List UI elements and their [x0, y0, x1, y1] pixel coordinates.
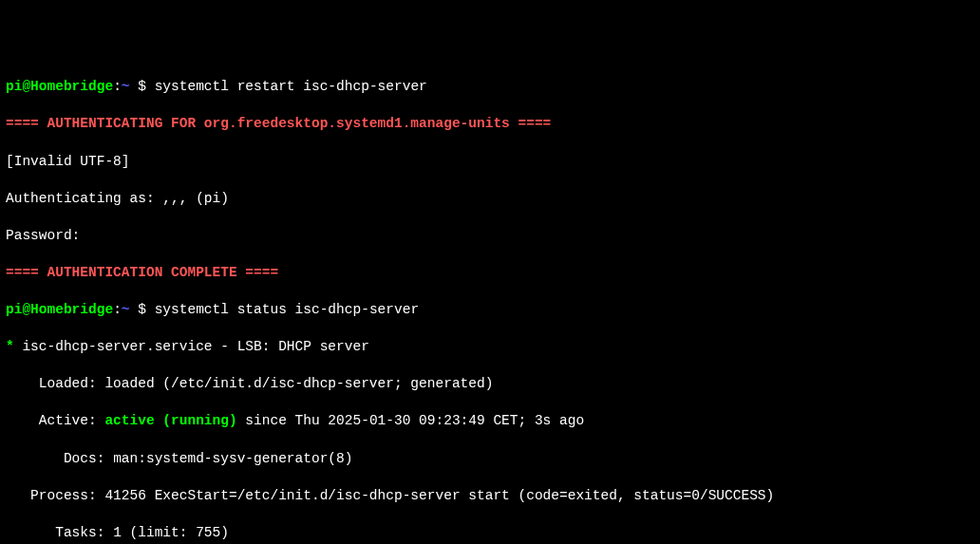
command-status[interactable]: systemctl status isc-dhcp-server	[155, 302, 419, 317]
active-line: Active: active (running) since Thu 2025-…	[6, 412, 974, 431]
status-bullet: *	[6, 339, 22, 354]
process-line: Process: 41256 ExecStart=/etc/init.d/isc…	[6, 487, 974, 506]
active-status: active (running)	[104, 413, 236, 428]
unit-name: isc-dhcp-server.service - LSB: DHCP serv…	[22, 339, 368, 354]
prompt-line-2: pi@Homebridge:~ $ systemctl status isc-d…	[6, 301, 974, 320]
loaded-line: Loaded: loaded (/etc/init.d/isc-dhcp-ser…	[6, 375, 974, 394]
prompt-path: ~	[122, 79, 138, 94]
tasks-line: Tasks: 1 (limit: 755)	[6, 524, 974, 543]
prompt-dollar: $	[138, 79, 154, 94]
invalid-utf8: [Invalid UTF-8]	[6, 153, 974, 172]
auth-header: ==== AUTHENTICATING FOR org.freedesktop.…	[6, 115, 974, 134]
prompt-colon: :	[113, 79, 122, 94]
prompt-host: Homebridge	[30, 79, 113, 94]
auth-complete: ==== AUTHENTICATION COMPLETE ====	[6, 264, 974, 283]
auth-as: Authenticating as: ,,, (pi)	[6, 190, 974, 209]
prompt-line-1: pi@Homebridge:~ $ systemctl restart isc-…	[6, 78, 974, 97]
docs-line: Docs: man:systemd-sysv-generator(8)	[6, 450, 974, 469]
password-prompt[interactable]: Password:	[6, 227, 974, 246]
prompt-at: @	[22, 79, 30, 94]
prompt-user: pi	[6, 79, 22, 94]
command-restart[interactable]: systemctl restart isc-dhcp-server	[155, 79, 427, 94]
unit-header: * isc-dhcp-server.service - LSB: DHCP se…	[6, 338, 974, 357]
